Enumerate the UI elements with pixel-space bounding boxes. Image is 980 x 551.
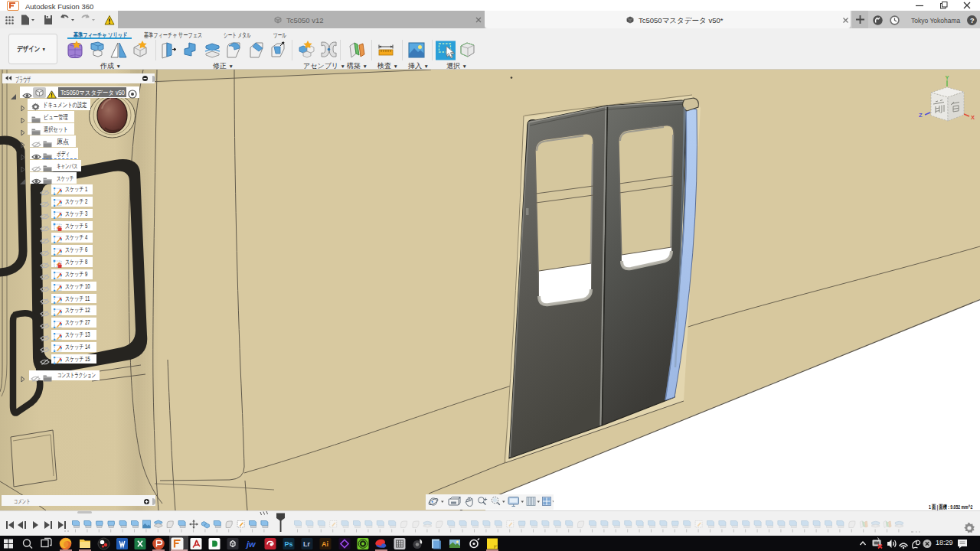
svg-text:Ps: Ps <box>285 540 293 548</box>
svg-text:Lr: Lr <box>303 540 310 548</box>
svg-text:Ai: Ai <box>322 540 328 548</box>
svg-text:jw: jw <box>245 539 256 548</box>
